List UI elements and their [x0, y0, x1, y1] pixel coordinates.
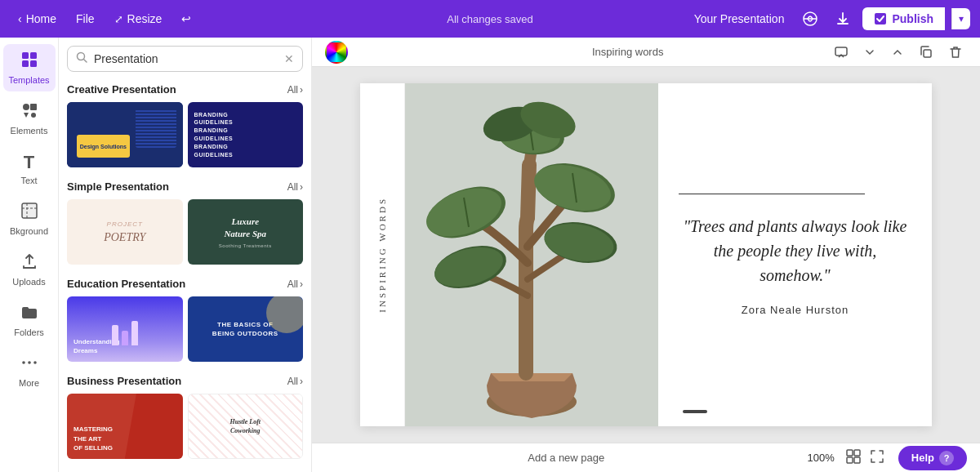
fullscreen-button[interactable] [866, 445, 889, 470]
simple-all-button[interactable]: All › [287, 181, 303, 193]
search-icon [76, 51, 87, 66]
file-button[interactable]: File [68, 9, 103, 29]
svg-rect-10 [22, 203, 37, 218]
search-input[interactable] [94, 52, 278, 65]
slide-canvas[interactable]: Inspiring Words [360, 83, 932, 426]
simple-section-title: Simple Presentation [67, 180, 169, 193]
svg-rect-17 [924, 50, 931, 57]
templates-panel: ✕ Creative Presentation All › Design Sol… [59, 38, 312, 472]
nav-right-actions: Your Presentation Publish ▾ [694, 6, 970, 32]
svg-rect-6 [30, 60, 37, 67]
education-section-header: Education Presentation All › [67, 278, 303, 290]
svg-rect-3 [22, 52, 29, 59]
canvas-area: Inspiring words [312, 38, 980, 472]
chevron-right-icon: › [300, 84, 303, 96]
folders-icon [20, 303, 38, 325]
copy-icon [919, 45, 933, 60]
publish-dropdown-button[interactable]: ▾ [951, 8, 970, 29]
bottom-bar: Add a new page 100% Help [312, 443, 980, 472]
collapse-button[interactable] [859, 42, 880, 63]
slide-page-indicator [683, 410, 707, 413]
svg-rect-4 [30, 52, 37, 59]
template-card-simple-2[interactable]: LuxureNature Spa Soothing Treatments [188, 199, 304, 265]
template-card-edu-1[interactable]: UnderstandingDreams [67, 296, 183, 362]
grid-view-icon [845, 448, 862, 465]
fullscreen-icon [870, 449, 884, 464]
uploads-icon [20, 252, 38, 274]
zoom-level: 100% [808, 452, 835, 464]
add-page-button[interactable]: Add a new page [325, 445, 808, 470]
search-bar: ✕ [67, 46, 303, 72]
more-label: More [19, 378, 39, 388]
grid-view-button[interactable] [841, 444, 866, 472]
svg-point-12 [28, 361, 31, 364]
uploads-label: Uploads [12, 277, 45, 287]
plant-svg [405, 83, 658, 426]
sidebar-item-more[interactable]: More [3, 347, 56, 394]
svg-point-11 [22, 361, 25, 364]
template-card-edu-2[interactable]: THE BASICS OFBEING OUTDOORS [188, 296, 304, 362]
creative-section-header: Creative Presentation All › [67, 83, 303, 96]
svg-rect-35 [847, 450, 853, 456]
copy-slide-button[interactable] [915, 41, 938, 64]
template-card-creative-2[interactable]: BRANDINGGUIDELINESBRANDINGGUIDELINESBRAN… [188, 102, 304, 167]
sidebar-item-templates[interactable]: Templates [3, 44, 56, 91]
spectrum-icon [325, 41, 348, 64]
slide-canvas-wrapper: Inspiring Words [312, 67, 980, 443]
help-icon: ? [939, 451, 954, 465]
share-icon [802, 11, 818, 27]
expand-button[interactable] [887, 42, 908, 63]
template-card-simple-1[interactable]: PROJECT POETRY [67, 199, 183, 265]
slide-right-section: "Trees and plants always look like the p… [658, 83, 932, 426]
creative-all-button[interactable]: All › [287, 84, 303, 96]
folders-label: Folders [14, 327, 44, 337]
home-button[interactable]: ‹ Home [10, 9, 65, 29]
slide-plant-image [405, 83, 658, 426]
undo-button[interactable]: ↩ [173, 9, 199, 29]
publish-button[interactable]: Publish [862, 7, 945, 30]
svg-point-7 [23, 104, 29, 110]
top-navigation: ‹ Home File ⤢ Resize ↩ All changes saved… [0, 0, 980, 38]
education-template-grid: UnderstandingDreams THE BASICS OFBEING O… [67, 296, 303, 362]
comment-button[interactable] [830, 41, 853, 64]
template-card-creative-1[interactable]: Design Solutions [67, 102, 183, 167]
sidebar-item-elements[interactable]: Elements [3, 95, 56, 142]
delete-slide-button[interactable] [944, 41, 967, 64]
chevron-down-icon [863, 46, 876, 59]
more-icon [20, 354, 38, 376]
slide-vertical-text: Inspiring Words [377, 197, 387, 313]
chevron-left-icon: ‹ [18, 12, 22, 25]
download-button[interactable] [830, 6, 856, 32]
chevron-right-icon: › [300, 278, 303, 290]
clear-search-button[interactable]: ✕ [284, 52, 294, 65]
education-all-button[interactable]: All › [287, 278, 303, 290]
elements-icon [20, 101, 38, 123]
resize-button[interactable]: ⤢ Resize [106, 9, 171, 29]
help-button[interactable]: Help ? [898, 446, 967, 470]
chevron-right-icon: › [300, 376, 303, 387]
svg-point-13 [33, 361, 37, 364]
template-card-biz-1[interactable]: MASTERINGTHE ARTOF SELLING [67, 394, 183, 459]
business-all-button[interactable]: All › [287, 376, 303, 387]
chevron-down-icon: ▾ [959, 13, 964, 24]
sidebar-item-text[interactable]: T Text [3, 145, 56, 192]
resize-icon: ⤢ [114, 13, 123, 25]
svg-rect-9 [31, 113, 36, 118]
simple-section-header: Simple Presentation All › [67, 180, 303, 193]
sidebar-item-folders[interactable]: Folders [3, 296, 56, 344]
elements-label: Elements [11, 126, 48, 136]
background-label: Bkground [10, 226, 48, 236]
svg-rect-38 [854, 457, 860, 463]
download-icon [835, 11, 851, 27]
creative-template-grid: Design Solutions BRANDINGGUIDELINESBRAND… [67, 102, 303, 167]
sidebar-item-uploads[interactable]: Uploads [3, 246, 56, 293]
svg-rect-36 [854, 450, 860, 456]
slide-tab-label: Inspiring words [592, 46, 823, 58]
slide-toolbar: Inspiring words [312, 38, 980, 67]
sidebar-icons: Templates Elements T Text [0, 38, 59, 472]
publish-icon [874, 12, 887, 25]
sidebar-item-background[interactable]: Bkground [3, 195, 56, 243]
main-layout: Templates Elements T Text [0, 38, 980, 472]
template-card-biz-2[interactable]: Hustle LoftCoworking [188, 394, 304, 459]
share-button[interactable] [797, 6, 823, 32]
